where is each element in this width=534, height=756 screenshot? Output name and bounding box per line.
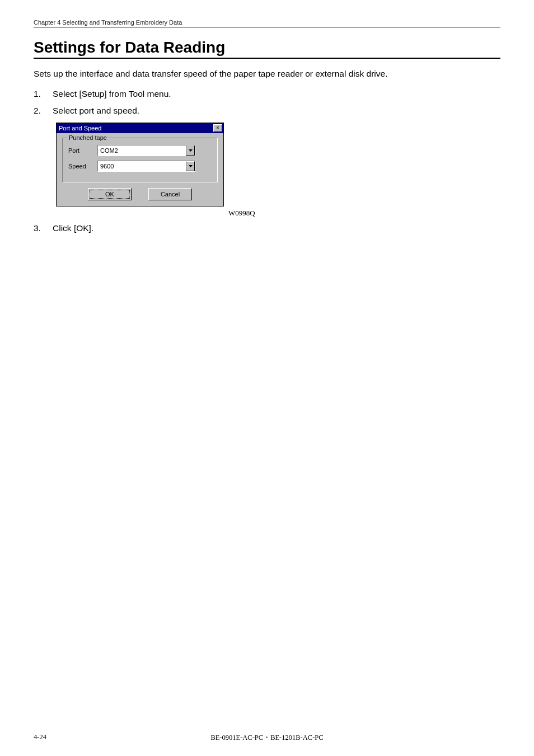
page-footer: 4-24 BE-0901E-AC-PC・BE-1201B-AC-PC bbox=[34, 733, 500, 741]
speed-value: 9600 bbox=[98, 161, 186, 171]
step-1-number: 1. bbox=[34, 89, 53, 99]
step-2-text: Select port and speed. bbox=[53, 106, 139, 116]
port-value: COM2 bbox=[98, 145, 186, 156]
svg-marker-1 bbox=[189, 165, 193, 167]
chevron-down-icon[interactable] bbox=[186, 145, 195, 156]
close-icon[interactable]: × bbox=[213, 124, 222, 132]
intro-text: Sets up the interface and data transfer … bbox=[34, 69, 500, 79]
page-title: Settings for Data Reading bbox=[34, 39, 500, 57]
cancel-button[interactable]: Cancel bbox=[148, 188, 192, 200]
step-2: 2. Select port and speed. bbox=[34, 106, 500, 116]
step-2-number: 2. bbox=[34, 106, 53, 116]
dialog-title: Port and Speed bbox=[59, 125, 101, 132]
header-rule bbox=[34, 27, 500, 27]
punched-tape-group: Port COM2 Speed 9600 bbox=[62, 138, 218, 182]
port-select[interactable]: COM2 bbox=[97, 145, 195, 156]
footer-model: BE-0901E-AC-PC・BE-1201B-AC-PC bbox=[34, 733, 500, 743]
ok-button[interactable]: OK bbox=[88, 188, 132, 200]
step-3-text: Click [OK]. bbox=[53, 223, 93, 233]
running-header: Chapter 4 Selecting and Transferring Emb… bbox=[34, 19, 500, 26]
step-3: 3. Click [OK]. bbox=[34, 223, 500, 233]
title-rule bbox=[34, 58, 500, 59]
step-1: 1. Select [Setup] from Tool menu. bbox=[34, 89, 500, 99]
step-3-number: 3. bbox=[34, 223, 53, 233]
speed-select[interactable]: 9600 bbox=[97, 161, 195, 172]
port-and-speed-dialog: Port and Speed × Port COM2 Speed bbox=[56, 123, 224, 206]
figure-reference: W0998Q bbox=[228, 209, 500, 218]
speed-label: Speed bbox=[68, 163, 97, 170]
svg-marker-0 bbox=[189, 149, 193, 152]
port-label: Port bbox=[68, 147, 97, 154]
chevron-down-icon[interactable] bbox=[186, 161, 195, 171]
step-1-text: Select [Setup] from Tool menu. bbox=[53, 89, 171, 99]
dialog-titlebar[interactable]: Port and Speed × bbox=[57, 123, 223, 133]
